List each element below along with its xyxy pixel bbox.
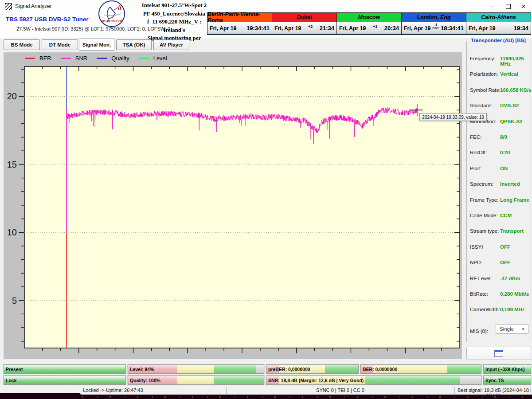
clock-time: 19:34 xyxy=(514,25,528,31)
maximize-icon xyxy=(506,4,511,9)
transponder-list-button[interactable] xyxy=(466,347,531,360)
transponder-value-spectrum: Inverted xyxy=(500,181,520,187)
background-taskbar-strip xyxy=(0,395,532,399)
tab-dt-mode[interactable]: DT Mode xyxy=(42,39,78,50)
bar-input: Input (~329 Kbps) xyxy=(483,364,531,374)
close-icon: ✕ xyxy=(521,3,526,10)
transponder-value-issyi: OFF xyxy=(500,244,510,250)
transponder-value-pilot: ON xyxy=(500,166,508,171)
clock-time: 18:34:41 xyxy=(441,25,464,31)
transponder-value-polarization: Vertical xyxy=(500,71,518,77)
bar-label: Quality: 100% xyxy=(130,378,160,383)
clock-cairo-athens: Cairo-AthensFri, Apr 1919:34 xyxy=(466,13,531,34)
clock-time: 21:34 xyxy=(320,25,334,31)
transponder-value-frequency: 11690,026 MHz xyxy=(500,56,532,66)
bar-lock: Lock xyxy=(4,376,126,385)
transponder-label-symbol-rate: Symbol Rate: xyxy=(470,87,501,93)
info-line-3: f=11 690,220 MHz_V : Ireland's xyxy=(141,18,207,34)
bar-label: Input (~329 Kbps) xyxy=(485,367,524,372)
transponder-value-frame-type: Long Frame xyxy=(500,197,529,203)
clock-city-label: Berlin-Paris-Vienna-Roma xyxy=(207,13,272,22)
tab-av-player[interactable]: AV Player xyxy=(153,39,189,50)
statusbar-divider xyxy=(454,387,455,394)
clock-utc-offset: +1 xyxy=(366,25,384,28)
bar-level: Level: 94% xyxy=(128,364,264,374)
clock-time-row: Fri, Apr 19+120:34 xyxy=(337,22,401,34)
bar-label: preBER: 0,0000000 xyxy=(268,367,310,372)
transponder-value-code-mode: CCM xyxy=(500,213,512,218)
clock-date: Fri, Apr 19 xyxy=(404,25,430,31)
info-line-2: PF 450_Lucenec/Slovakia xyxy=(141,10,207,18)
app-icon xyxy=(5,3,12,10)
mis-value: Single xyxy=(500,326,514,332)
transponder-label-carrierwidth: CarrierWidth: xyxy=(470,307,500,312)
signal-analyzer-window: Signal Analyzer – ✕ TBS 5927 USB DVB-S2 … xyxy=(0,0,532,399)
svg-text:15: 15 xyxy=(7,160,17,169)
transponder-value-rolloff: 0.20 xyxy=(500,150,510,155)
clock-time-row: Fri, Apr 1919:34 xyxy=(466,22,531,34)
chart-tooltip: 2024-04-19 19.33.09, value: 19 xyxy=(419,113,487,121)
transponder-label-fec: FEC: xyxy=(470,134,481,140)
clock-city-label: Cairo-Athens xyxy=(466,13,531,22)
transponder-label-spectrum: Spectrum: xyxy=(470,181,493,187)
chevron-down-icon: ▼ xyxy=(521,327,525,332)
bar-label: SNR: 18,8 dB (Margin: 12,6 dB | Very Goo… xyxy=(268,378,364,383)
transponder-label-pilot: Pilot: xyxy=(470,166,481,171)
bar-snr: SNR: 18,8 dB (Margin: 12,6 dB | Very Goo… xyxy=(266,376,481,385)
bar-present: Present xyxy=(4,364,126,374)
clock-date: Fri, Apr 19 xyxy=(274,25,301,31)
clock-city-label: London, Eng xyxy=(402,13,466,22)
transponder-value-fec: 8/9 xyxy=(500,134,507,140)
transponder-value-bitrate: 0,280 Mbit/s xyxy=(500,291,529,297)
statusbar-divider xyxy=(226,387,227,394)
transponder-label-npd: NPD: xyxy=(470,260,482,265)
status-lock-uptime: Locked -> Uptime: 26:47:43 xyxy=(0,387,226,393)
signal-chart[interactable]: 5101520 xyxy=(4,52,462,359)
spreadsheet-icon xyxy=(494,350,503,357)
clock-utc-offset: +2 xyxy=(301,25,319,28)
tab-bs-mode[interactable]: BS Mode xyxy=(4,39,40,50)
minimize-button[interactable]: – xyxy=(483,0,501,12)
transponder-label-issyi: ISSYI xyxy=(470,244,483,250)
clock-city-label: Dubai xyxy=(272,13,336,22)
transponder-value-modulation: QPSK-S2 xyxy=(500,119,523,124)
transponder-label-rolloff: RollOff: xyxy=(470,150,487,155)
chart-panel: BERSNRQualityLevel 5101520 xyxy=(4,52,462,359)
transponder-value-carrierwidth: 0,199 MHz xyxy=(500,307,525,312)
mis-select[interactable]: Single ▼ xyxy=(496,324,528,334)
transponder-value-stream-type: Transport xyxy=(500,228,524,234)
transponder-title: Transponder (AU) [BS] xyxy=(469,38,528,43)
clock-time-row: Fri, Apr 1919:34:41 xyxy=(207,22,272,34)
bar-syncts: Sync TS xyxy=(483,376,531,385)
bar-label: BER: 0,0000000 xyxy=(363,367,397,372)
transponder-groupbox xyxy=(466,41,531,342)
bar-quality: Quality: 100% xyxy=(128,376,264,385)
tab-tsa-ok[interactable]: TSA (OK) xyxy=(116,39,152,50)
transponder-label-frequency: Frequency: xyxy=(470,56,496,61)
transponder-label-polarization: Polarization: xyxy=(470,71,498,77)
close-button[interactable]: ✕ xyxy=(515,0,532,12)
mis-label: MIS (0): xyxy=(470,329,488,334)
maximize-button[interactable] xyxy=(499,0,517,12)
tab-signal-mon[interactable]: Signal Mon. xyxy=(79,39,114,51)
clock-berlin-paris-vienna-roma: Berlin-Paris-Vienna-RomaFri, Apr 1919:34… xyxy=(207,13,272,34)
logo-text: DXSATCS.COM xyxy=(99,19,124,23)
svg-text:5: 5 xyxy=(12,296,17,305)
transponder-label-stream-type: Stream type: xyxy=(470,228,499,234)
info-line-1: Intelsat 901-27.5°W-Spot 2 xyxy=(141,1,207,10)
transponder-value-symbol-rate: 166,658 KS/s xyxy=(500,87,531,93)
transponder-value-rf-level: -47 dBm xyxy=(500,276,520,281)
bar-label: Lock xyxy=(6,378,17,383)
clock-date: Fri, Apr 19 xyxy=(210,25,236,31)
bar-label: Level: 94% xyxy=(130,367,154,372)
clock-time: 19:34:41 xyxy=(246,25,270,31)
status-sync-counters: SYNC 0 | TEI 0 | CC 0 xyxy=(226,387,454,393)
transponder-label-frame-type: Frame Type: xyxy=(470,197,498,203)
bar-sheen xyxy=(4,376,125,384)
bar-label: Present xyxy=(6,367,23,372)
clock-date: Fri, Apr 19 xyxy=(339,25,366,31)
dxsatcs-logo: DXSATCS.COM xyxy=(98,0,125,27)
clock-time: 20:34 xyxy=(384,25,399,31)
clock-dubai: DubaiFri, Apr 19+221:34 xyxy=(272,13,337,34)
transponder-label-rf-level: RF Level: xyxy=(470,276,492,281)
